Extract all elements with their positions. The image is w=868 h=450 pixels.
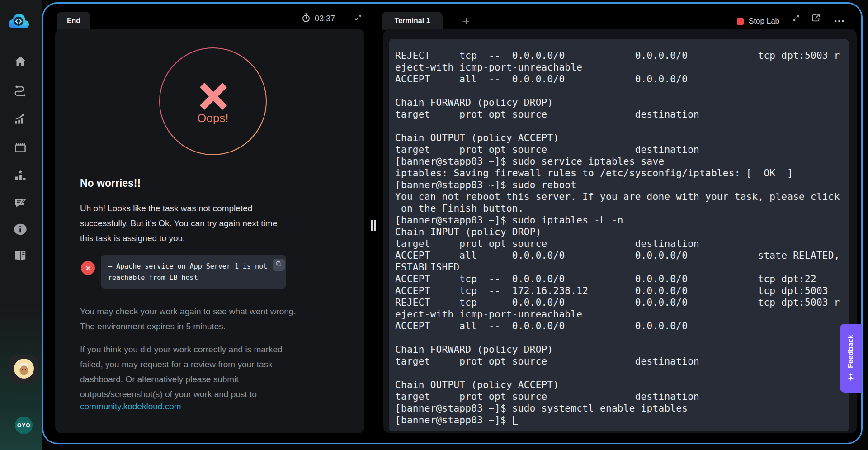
open-external-button[interactable] (811, 13, 821, 24)
external-link-icon (811, 13, 821, 24)
error-detail-text: – Apache service on App Server 1 is not … (108, 261, 279, 284)
stop-square-icon (737, 18, 744, 25)
sidebar-item-progress[interactable] (13, 113, 27, 127)
kodekloud-lab-app: OYO End 03:37 Terminal 1 + Stop Lab (0, 0, 868, 450)
sidebar-item-calendar[interactable] (13, 141, 27, 155)
info-icon (14, 223, 27, 238)
terminal-content: REJECT tcp -- 0.0.0.0/0 0.0.0.0/0 tcp dp… (389, 39, 849, 426)
user-avatar[interactable] (9, 355, 38, 384)
new-terminal-button[interactable]: + (458, 13, 475, 29)
sidebar-item-home[interactable] (13, 55, 27, 69)
home-icon (14, 55, 27, 70)
check-work-note: You may check your work again to see wha… (80, 304, 296, 334)
copy-icon (275, 261, 282, 269)
result-message: Uh oh! Looks like the task was not compl… (80, 201, 277, 246)
sidebar-item-docs[interactable] (13, 249, 27, 263)
expand-terminal-button[interactable] (792, 14, 801, 24)
lab-timer: 03:37 (301, 13, 335, 25)
panel-resize-handle[interactable] (371, 220, 376, 231)
copy-error-button[interactable] (273, 259, 285, 271)
growth-chart-icon (14, 112, 27, 128)
expand-icon (354, 14, 362, 24)
terminal-output: REJECT tcp -- 0.0.0.0/0 0.0.0.0/0 tcp dp… (395, 50, 840, 414)
result-heading: No worries!! (80, 177, 141, 189)
x-mark-icon (202, 85, 225, 108)
chat-edit-icon (14, 196, 27, 212)
timer-value: 03:37 (315, 14, 335, 24)
feedback-inner: ✦✦ Feedback (847, 335, 855, 382)
error-x-icon (81, 261, 95, 275)
sidebar: OYO (0, 0, 42, 450)
book-icon (14, 249, 27, 264)
tab-separator (452, 15, 452, 24)
result-panel: Oops! No worries!! Uh oh! Looks like the… (55, 29, 364, 433)
tab-end-label: End (67, 17, 80, 25)
community-link[interactable]: community.kodekloud.com (80, 402, 181, 412)
feedback-label: Feedback (847, 335, 855, 368)
tab-end[interactable]: End (57, 12, 90, 30)
sidebar-item-info[interactable] (13, 223, 27, 237)
kodekloud-logo-icon[interactable] (6, 10, 32, 32)
terminal-prompt: [banner@stapp03 ~]$ (395, 415, 512, 426)
review-note: If you think you did your work correctly… (80, 342, 283, 402)
terminal-screen[interactable]: REJECT tcp -- 0.0.0.0/0 0.0.0.0/0 tcp dp… (389, 39, 849, 431)
expand-left-panel-button[interactable] (354, 14, 363, 23)
stopwatch-icon (301, 13, 311, 25)
feedback-button[interactable]: ✦✦ Feedback (840, 324, 862, 393)
stop-lab-label: Stop Lab (749, 17, 779, 26)
error-detail-box: – Apache service on App Server 1 is not … (101, 255, 286, 289)
org-badge[interactable]: OYO (15, 417, 33, 434)
expand-icon (792, 14, 800, 24)
sidebar-item-leaderboard[interactable] (13, 169, 27, 183)
stop-lab-button[interactable]: Stop Lab (737, 14, 779, 29)
terminal-cursor (513, 416, 518, 425)
sidebar-item-learning-path[interactable] (13, 84, 27, 98)
calendar-icon (14, 141, 27, 156)
oops-label: Oops! (159, 111, 267, 125)
sidebar-item-feedback[interactable] (13, 197, 27, 211)
tab-terminal-label: Terminal 1 (395, 17, 430, 25)
tab-terminal-1[interactable]: Terminal 1 (382, 12, 443, 30)
route-icon (14, 84, 27, 99)
oops-graphic: Oops! (159, 47, 267, 156)
podium-star-icon (14, 169, 27, 184)
avatar-icon (14, 358, 34, 381)
terminal-menu-button[interactable]: ••• (830, 14, 850, 28)
terminal-panel: REJECT tcp -- 0.0.0.0/0 0.0.0.0/0 tcp dp… (383, 29, 857, 433)
sparkles-icon: ✦✦ (847, 372, 855, 382)
